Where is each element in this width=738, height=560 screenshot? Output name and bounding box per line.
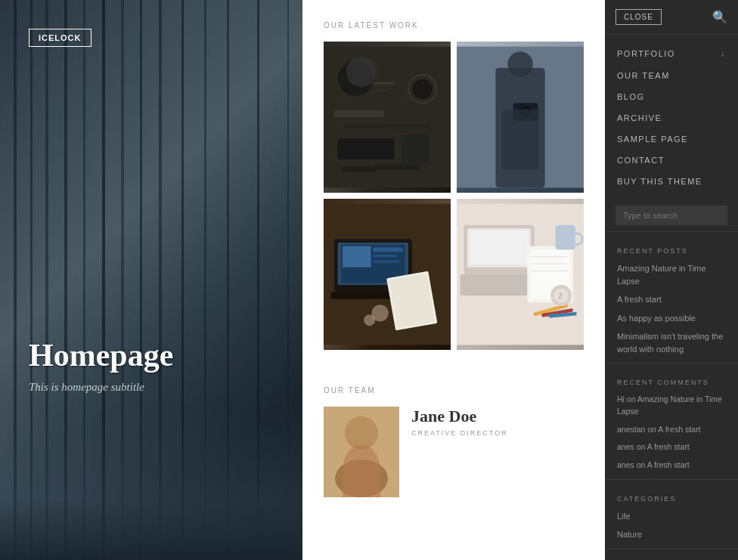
sidebar-item-ourteam[interactable]: OUR TEAM [605,65,738,86]
recent-post-2[interactable]: A fresh start [605,290,738,309]
latest-work-label: OUR LATEST WORK [302,0,605,42]
svg-rect-23 [373,248,402,252]
hero-ground [0,500,302,560]
portfolio-item-3[interactable] [324,199,451,350]
sidebar-item-portfolio-label: PORTFOLIO [617,49,675,58]
portfolio-arrow-icon: ↓ [721,48,727,59]
portfolio-item-3-image [324,199,451,350]
team-member-name: Jane Doe [411,407,584,426]
team-avatar-image [324,407,399,497]
svg-point-8 [413,79,433,99]
sidebar: CLOSE 🔍 PORTFOLIO ↓ OUR TEAM BLOG ARCHIV… [605,0,738,560]
search-input[interactable] [616,206,727,225]
svg-rect-4 [338,138,395,159]
svg-point-16 [519,106,531,117]
svg-rect-13 [495,68,544,188]
team-info-block: Jane Doe CREATIVE DIRECTOR [411,407,584,437]
recent-comment-4[interactable]: anes on A fresh start [605,456,738,475]
svg-rect-2 [334,110,383,117]
svg-point-17 [522,109,528,114]
hero-text-block: Homepage This is homepage subtitle [29,337,173,394]
recent-comment-3[interactable]: anes on A fresh start [605,438,738,456]
svg-point-30 [364,314,375,326]
sidebar-item-portfolio[interactable]: PORTFOLIO ↓ [605,42,738,65]
recent-posts-title: RECENT POSTS [605,237,738,259]
recent-post-3[interactable]: As happy as possible [605,309,738,328]
portfolio-grid: Z [302,42,605,365]
sidebar-item-samplepage[interactable]: SAMPLE PAGE [605,128,738,150]
sidebar-item-blog-label: BLOG [617,92,645,101]
svg-rect-22 [343,246,371,268]
portfolio-item-4[interactable]: Z [457,199,584,350]
sidebar-item-contact[interactable]: CONTACT [605,150,738,171]
portfolio-item-4-image: Z [457,199,584,350]
sidebar-item-archive[interactable]: ARCHIVE [605,107,738,128]
close-button[interactable]: CLOSE [616,9,662,25]
sidebar-item-blog[interactable]: BLOG [605,86,738,107]
cog-section: Cog [605,554,738,560]
svg-rect-44 [556,225,575,250]
main-content-panel: OUR LATEST WORK [302,0,605,560]
svg-rect-50 [335,459,388,497]
svg-rect-15 [513,103,538,120]
hero-panel: ICELOCK Homepage This is homepage subtit… [0,0,302,560]
svg-rect-25 [373,260,399,263]
svg-rect-24 [373,255,398,258]
sidebar-item-buytheme-label: BUY THIS THEME [617,177,702,186]
team-member-role: CREATIVE DIRECTOR [411,429,584,437]
sidebar-item-contact-label: CONTACT [617,156,665,165]
svg-rect-34 [470,230,529,265]
team-section: Jane Doe CREATIVE DIRECTOR [302,407,605,512]
sidebar-search-box [616,206,727,225]
categories-title: CATEGORIES [605,484,738,507]
category-life[interactable]: Life [605,507,738,526]
portfolio-item-1-image [324,42,451,193]
divider-3 [605,479,738,480]
portfolio-item-1[interactable] [324,42,451,193]
svg-rect-1 [338,60,374,96]
svg-text:Z: Z [558,292,563,300]
recent-post-1[interactable]: Amazing Nature in Time Lapse [605,259,738,290]
hero-subtitle: This is homepage subtitle [29,381,173,394]
site-logo-badge[interactable]: ICELOCK [29,29,91,47]
sidebar-item-buytheme[interactable]: BUY THIS THEME [605,171,738,192]
sidebar-item-samplepage-label: SAMPLE PAGE [617,135,688,144]
sidebar-item-ourteam-label: OUR TEAM [617,71,670,80]
svg-rect-3 [345,124,429,128]
divider-1 [605,231,738,232]
divider-2 [605,363,738,364]
recent-post-4[interactable]: Minimalism isn't traveling the world wit… [605,327,738,358]
portfolio-item-2[interactable] [457,42,584,193]
our-team-label: OUR TEAM [302,365,605,407]
sidebar-nav: PORTFOLIO ↓ OUR TEAM BLOG ARCHIVE SAMPLE… [605,35,738,200]
svg-rect-10 [373,89,387,92]
svg-rect-9 [373,82,394,85]
team-avatar [324,407,399,497]
recent-comment-2[interactable]: anestan on A fresh start [605,421,738,439]
svg-point-14 [507,51,533,77]
svg-point-49 [345,416,378,450]
recent-comment-1[interactable]: Hi on Amazing Nature in Time Lapse [605,391,738,421]
divider-4 [605,549,738,549]
sidebar-header: CLOSE 🔍 [605,0,738,35]
category-nature[interactable]: Nature [605,525,738,544]
search-icon-button[interactable]: 🔍 [712,10,727,24]
team-member-row: Jane Doe CREATIVE DIRECTOR [324,407,584,497]
svg-rect-6 [341,166,377,172]
sidebar-item-archive-label: ARCHIVE [617,113,662,122]
hero-title: Homepage [29,337,173,373]
recent-comments-title: RECENT COMMENTS [605,368,738,391]
portfolio-item-2-image [457,42,584,193]
svg-rect-5 [402,135,429,162]
